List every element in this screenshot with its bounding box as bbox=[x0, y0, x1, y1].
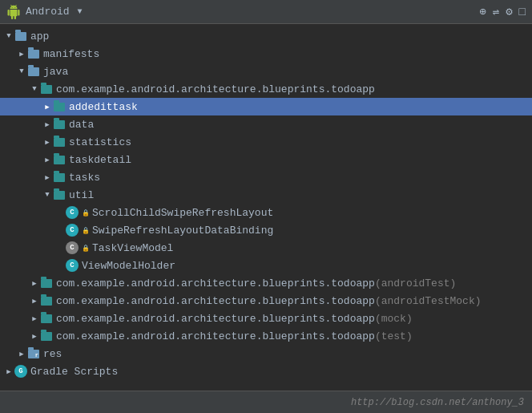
item-label-manifests: manifests bbox=[43, 48, 99, 60]
tree-item-addedittask[interactable]: addedittask bbox=[0, 98, 532, 115]
gradle-icon: G bbox=[14, 365, 27, 378]
item-label-java: java bbox=[43, 66, 68, 78]
folder-icon-pkg-mock bbox=[41, 314, 52, 323]
item-suffix-pkg-androidTest: (androidTest) bbox=[375, 277, 456, 290]
title-bar-left: Android ▼ bbox=[6, 5, 83, 19]
folder-icon-app bbox=[15, 32, 26, 41]
class-icon-ScrollChildSwipeRefreshLayout: C bbox=[66, 206, 79, 219]
tree-item-pkg-test[interactable]: com.example.android.architecture.bluepri… bbox=[0, 327, 532, 345]
res-folder-icon bbox=[28, 350, 39, 358]
item-label-SwipeRefreshLayoutDataBinding: SwipeRefreshLayoutDataBinding bbox=[92, 225, 273, 237]
item-label-addedittask: addedittask bbox=[69, 101, 138, 113]
expand-arrow-manifests[interactable] bbox=[16, 50, 27, 59]
expand-arrow-res[interactable] bbox=[16, 350, 27, 358]
item-label-pkg-main: com.example.android.architecture.bluepri… bbox=[56, 83, 375, 95]
lock-icon-TaskViewModel: 🔒 bbox=[82, 245, 90, 252]
expand-arrow-pkg-mock[interactable] bbox=[29, 314, 40, 323]
globe-icon[interactable]: ⊕ bbox=[479, 5, 486, 18]
folder-icon-pkg-main bbox=[41, 85, 52, 94]
item-suffix-pkg-mock: (mock) bbox=[375, 313, 413, 325]
tree-item-taskdetail[interactable]: taskdetail bbox=[0, 151, 532, 168]
item-label-ScrollChildSwipeRefreshLayout: ScrollChildSwipeRefreshLayout bbox=[92, 207, 273, 219]
tree-item-SwipeRefreshLayoutDataBinding[interactable]: C🔒SwipeRefreshLayoutDataBinding bbox=[0, 221, 532, 239]
lock-icon-SwipeRefreshLayoutDataBinding: 🔒 bbox=[82, 227, 90, 234]
class-icon-ViewModelHolder: C bbox=[66, 259, 79, 272]
folder-icon-statistics bbox=[54, 138, 65, 147]
dropdown-arrow-icon[interactable]: ▼ bbox=[78, 7, 83, 16]
title-bar: Android ▼ ⊕ ⇌ ⚙ □ bbox=[0, 0, 532, 24]
expand-arrow-app[interactable] bbox=[3, 32, 14, 40]
minimize-icon[interactable]: □ bbox=[519, 6, 526, 18]
android-icon bbox=[6, 5, 21, 19]
item-label-tasks: tasks bbox=[69, 172, 100, 184]
tree-item-ScrollChildSwipeRefreshLayout[interactable]: C🔒ScrollChildSwipeRefreshLayout bbox=[0, 204, 532, 221]
item-label-util: util bbox=[69, 189, 94, 201]
tree-item-java[interactable]: java bbox=[0, 63, 532, 80]
folder-icon-taskdetail bbox=[54, 156, 65, 164]
item-label-taskdetail: taskdetail bbox=[69, 154, 131, 166]
item-label-gradle-scripts: Gradle Scripts bbox=[30, 366, 118, 378]
expand-arrow-statistics[interactable] bbox=[42, 138, 53, 147]
folder-icon-manifests bbox=[28, 50, 39, 59]
folder-icon-pkg-test bbox=[41, 332, 52, 341]
item-suffix-pkg-test: (test) bbox=[375, 330, 413, 342]
status-url: http://blog.csdn.net/anthony_3 bbox=[351, 397, 524, 408]
tree-item-statistics[interactable]: statistics bbox=[0, 133, 532, 151]
item-label-pkg-androidTestMock: com.example.android.architecture.bluepri… bbox=[56, 295, 375, 307]
folder-icon-tasks bbox=[54, 173, 65, 182]
tree-item-pkg-androidTestMock[interactable]: com.example.android.architecture.bluepri… bbox=[0, 292, 532, 310]
item-label-res: res bbox=[43, 348, 62, 360]
expand-arrow-tasks[interactable] bbox=[42, 173, 53, 182]
expand-arrow-addedittask[interactable] bbox=[42, 103, 53, 111]
expand-arrow-pkg-androidTestMock[interactable] bbox=[29, 297, 40, 306]
folder-icon-addedittask bbox=[54, 103, 65, 111]
tree-item-app[interactable]: app bbox=[0, 27, 532, 45]
tree-item-ViewModelHolder[interactable]: CViewModelHolder bbox=[0, 257, 532, 274]
expand-arrow-pkg-main[interactable] bbox=[29, 85, 40, 93]
item-label-data: data bbox=[69, 119, 94, 131]
status-bar: http://blog.csdn.net/anthony_3 bbox=[0, 391, 532, 413]
item-label-app: app bbox=[30, 30, 49, 43]
title-bar-right: ⊕ ⇌ ⚙ □ bbox=[479, 5, 526, 18]
expand-arrow-util[interactable] bbox=[42, 191, 53, 199]
tree-item-pkg-mock[interactable]: com.example.android.architecture.bluepri… bbox=[0, 310, 532, 327]
item-label-statistics: statistics bbox=[69, 136, 131, 148]
tree-item-tasks[interactable]: tasks bbox=[0, 168, 532, 186]
settings-icon[interactable]: ⚙ bbox=[506, 5, 512, 18]
title-text: Android bbox=[26, 6, 70, 18]
tree-item-pkg-main[interactable]: com.example.android.architecture.bluepri… bbox=[0, 80, 532, 98]
expand-arrow-taskdetail[interactable] bbox=[42, 156, 53, 164]
class-icon-TaskViewModel: C bbox=[66, 241, 79, 254]
folder-icon-java bbox=[28, 67, 39, 76]
tree-item-pkg-androidTest[interactable]: com.example.android.architecture.bluepri… bbox=[0, 274, 532, 292]
expand-arrow-pkg-test[interactable] bbox=[29, 332, 40, 341]
expand-arrow-data[interactable] bbox=[42, 120, 53, 129]
item-label-pkg-androidTest: com.example.android.architecture.bluepri… bbox=[56, 277, 375, 290]
class-icon-SwipeRefreshLayoutDataBinding: C bbox=[66, 224, 79, 237]
item-label-ViewModelHolder: ViewModelHolder bbox=[82, 260, 175, 272]
expand-arrow-gradle-scripts[interactable] bbox=[3, 367, 14, 376]
folder-icon-data bbox=[54, 120, 65, 129]
expand-arrow-pkg-androidTest[interactable] bbox=[29, 279, 40, 288]
lock-icon-ScrollChildSwipeRefreshLayout: 🔒 bbox=[82, 209, 90, 217]
tree-item-gradle-scripts[interactable]: GGradle Scripts bbox=[0, 362, 532, 380]
item-label-pkg-mock: com.example.android.architecture.bluepri… bbox=[56, 313, 375, 325]
item-label-pkg-test: com.example.android.architecture.bluepri… bbox=[56, 330, 375, 342]
sync-icon[interactable]: ⇌ bbox=[493, 5, 499, 18]
tree-item-util[interactable]: util bbox=[0, 186, 532, 204]
tree-item-res[interactable]: res bbox=[0, 345, 532, 362]
tree-item-data[interactable]: data bbox=[0, 115, 532, 133]
tree-item-manifests[interactable]: manifests bbox=[0, 45, 532, 63]
item-label-TaskViewModel: TaskViewModel bbox=[92, 242, 173, 254]
tree-panel: appmanifestsjavacom.example.android.arch… bbox=[0, 24, 532, 391]
item-suffix-pkg-androidTestMock: (androidTestMock) bbox=[375, 295, 482, 307]
tree-item-TaskViewModel[interactable]: C🔒TaskViewModel bbox=[0, 239, 532, 257]
expand-arrow-java[interactable] bbox=[16, 67, 27, 75]
folder-icon-util bbox=[54, 191, 65, 200]
folder-icon-pkg-androidTest bbox=[41, 279, 52, 288]
folder-icon-pkg-androidTestMock bbox=[41, 297, 52, 306]
